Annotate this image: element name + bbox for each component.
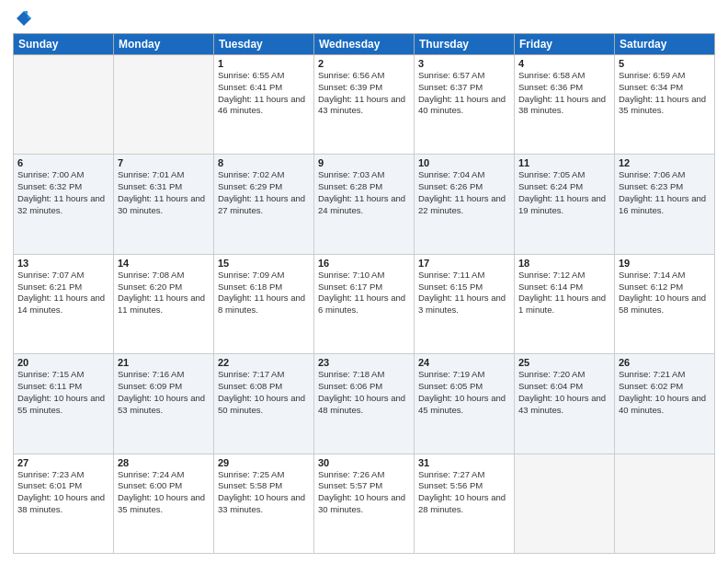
calendar-cell: 17Sunrise: 7:11 AMSunset: 6:15 PMDayligh… — [415, 254, 515, 353]
sunrise-text: Sunrise: 7:16 AM — [118, 369, 210, 381]
sunset-text: Sunset: 6:36 PM — [518, 82, 610, 94]
calendar-cell: 22Sunrise: 7:17 AMSunset: 6:08 PMDayligh… — [214, 354, 314, 454]
daylight-text: Daylight: 11 hours and 46 minutes. — [218, 94, 310, 118]
sunset-text: Sunset: 6:28 PM — [318, 181, 410, 193]
day-info: Sunrise: 6:57 AMSunset: 6:37 PMDaylight:… — [418, 70, 510, 117]
day-number: 1 — [218, 58, 310, 69]
calendar-cell: 14Sunrise: 7:08 AMSunset: 6:20 PMDayligh… — [114, 254, 214, 353]
day-number: 4 — [518, 58, 610, 69]
day-info: Sunrise: 7:00 AMSunset: 6:32 PMDaylight:… — [17, 169, 109, 216]
day-number: 8 — [218, 157, 310, 168]
daylight-text: Daylight: 10 hours and 53 minutes. — [118, 393, 210, 417]
day-number: 6 — [17, 157, 109, 168]
days-header-row: Sunday Monday Tuesday Wednesday Thursday… — [14, 34, 715, 55]
calendar-cell: 19Sunrise: 7:14 AMSunset: 6:12 PMDayligh… — [615, 254, 715, 353]
day-info: Sunrise: 7:09 AMSunset: 6:18 PMDaylight:… — [218, 270, 310, 316]
sunrise-text: Sunrise: 7:00 AM — [17, 169, 109, 181]
calendar-cell: 29Sunrise: 7:25 AMSunset: 5:58 PMDayligh… — [214, 454, 314, 553]
sunrise-text: Sunrise: 7:12 AM — [518, 270, 610, 282]
daylight-text: Daylight: 10 hours and 30 minutes. — [318, 492, 410, 516]
calendar-cell — [114, 55, 214, 155]
day-number: 17 — [418, 258, 510, 269]
calendar-cell: 5Sunrise: 6:59 AMSunset: 6:34 PMDaylight… — [615, 55, 715, 155]
daylight-text: Daylight: 11 hours and 19 minutes. — [518, 193, 610, 217]
calendar-week-row: 13Sunrise: 7:07 AMSunset: 6:21 PMDayligh… — [14, 254, 715, 353]
sunrise-text: Sunrise: 6:56 AM — [318, 70, 410, 82]
day-number: 16 — [318, 258, 410, 269]
day-number: 18 — [518, 258, 610, 269]
day-number: 19 — [619, 258, 711, 269]
day-number: 13 — [17, 258, 109, 269]
day-number: 26 — [619, 357, 711, 368]
sunset-text: Sunset: 6:02 PM — [619, 381, 711, 393]
sunset-text: Sunset: 6:05 PM — [418, 381, 510, 393]
calendar-week-row: 1Sunrise: 6:55 AMSunset: 6:41 PMDaylight… — [14, 55, 715, 155]
daylight-text: Daylight: 10 hours and 50 minutes. — [218, 393, 310, 417]
sunset-text: Sunset: 6:04 PM — [518, 381, 610, 393]
day-info: Sunrise: 7:06 AMSunset: 6:23 PMDaylight:… — [619, 169, 711, 216]
sunrise-text: Sunrise: 7:27 AM — [418, 469, 510, 481]
day-info: Sunrise: 7:08 AMSunset: 6:20 PMDaylight:… — [118, 270, 210, 316]
day-info: Sunrise: 7:07 AMSunset: 6:21 PMDaylight:… — [17, 270, 109, 316]
calendar-week-row: 27Sunrise: 7:23 AMSunset: 6:01 PMDayligh… — [14, 454, 715, 553]
sunrise-text: Sunrise: 7:19 AM — [418, 369, 510, 381]
sunrise-text: Sunrise: 7:11 AM — [418, 270, 510, 282]
day-info: Sunrise: 7:17 AMSunset: 6:08 PMDaylight:… — [218, 369, 310, 416]
sunrise-text: Sunrise: 7:05 AM — [518, 169, 610, 181]
day-info: Sunrise: 6:58 AMSunset: 6:36 PMDaylight:… — [518, 70, 610, 117]
daylight-text: Daylight: 11 hours and 35 minutes. — [619, 94, 711, 118]
sunset-text: Sunset: 6:34 PM — [619, 82, 711, 94]
sunrise-text: Sunrise: 7:25 AM — [218, 469, 310, 481]
sunrise-text: Sunrise: 7:02 AM — [218, 169, 310, 181]
daylight-text: Daylight: 11 hours and 11 minutes. — [118, 293, 210, 316]
sunset-text: Sunset: 6:09 PM — [118, 381, 210, 393]
day-number: 14 — [118, 258, 210, 269]
sunrise-text: Sunrise: 7:10 AM — [318, 270, 410, 282]
calendar-cell: 15Sunrise: 7:09 AMSunset: 6:18 PMDayligh… — [214, 254, 314, 353]
sunset-text: Sunset: 6:20 PM — [118, 282, 210, 293]
sunset-text: Sunset: 6:12 PM — [619, 282, 711, 293]
sunset-text: Sunset: 6:01 PM — [17, 480, 109, 492]
sunrise-text: Sunrise: 7:04 AM — [418, 169, 510, 181]
calendar-cell: 30Sunrise: 7:26 AMSunset: 5:57 PMDayligh… — [314, 454, 415, 553]
day-info: Sunrise: 6:56 AMSunset: 6:39 PMDaylight:… — [318, 70, 410, 117]
header-thursday: Thursday — [415, 34, 515, 55]
sunrise-text: Sunrise: 7:23 AM — [17, 469, 109, 481]
sunset-text: Sunset: 6:00 PM — [118, 480, 210, 492]
sunset-text: Sunset: 5:58 PM — [218, 480, 310, 492]
sunset-text: Sunset: 6:26 PM — [418, 181, 510, 193]
day-number: 23 — [318, 357, 410, 368]
daylight-text: Daylight: 11 hours and 32 minutes. — [17, 193, 109, 217]
sunrise-text: Sunrise: 6:57 AM — [418, 70, 510, 82]
header — [13, 9, 715, 28]
calendar-cell: 16Sunrise: 7:10 AMSunset: 6:17 PMDayligh… — [314, 254, 415, 353]
day-info: Sunrise: 7:19 AMSunset: 6:05 PMDaylight:… — [418, 369, 510, 416]
sunset-text: Sunset: 6:06 PM — [318, 381, 410, 393]
daylight-text: Daylight: 11 hours and 22 minutes. — [418, 193, 510, 217]
calendar-cell: 18Sunrise: 7:12 AMSunset: 6:14 PMDayligh… — [515, 254, 615, 353]
calendar-cell: 1Sunrise: 6:55 AMSunset: 6:41 PMDaylight… — [214, 55, 314, 155]
header-saturday: Saturday — [615, 34, 715, 55]
day-info: Sunrise: 7:05 AMSunset: 6:24 PMDaylight:… — [518, 169, 610, 216]
sunrise-text: Sunrise: 6:58 AM — [518, 70, 610, 82]
sunrise-text: Sunrise: 7:21 AM — [619, 369, 711, 381]
day-info: Sunrise: 7:03 AMSunset: 6:28 PMDaylight:… — [318, 169, 410, 216]
day-info: Sunrise: 7:24 AMSunset: 6:00 PMDaylight:… — [118, 469, 210, 516]
header-wednesday: Wednesday — [314, 34, 415, 55]
day-info: Sunrise: 7:14 AMSunset: 6:12 PMDaylight:… — [619, 270, 711, 316]
sunrise-text: Sunrise: 7:26 AM — [318, 469, 410, 481]
day-info: Sunrise: 7:15 AMSunset: 6:11 PMDaylight:… — [17, 369, 109, 416]
calendar-cell: 26Sunrise: 7:21 AMSunset: 6:02 PMDayligh… — [615, 354, 715, 454]
sunset-text: Sunset: 6:17 PM — [318, 282, 410, 293]
day-info: Sunrise: 7:11 AMSunset: 6:15 PMDaylight:… — [418, 270, 510, 316]
sunset-text: Sunset: 6:18 PM — [218, 282, 310, 293]
calendar-cell: 10Sunrise: 7:04 AMSunset: 6:26 PMDayligh… — [415, 155, 515, 254]
calendar-cell: 27Sunrise: 7:23 AMSunset: 6:01 PMDayligh… — [14, 454, 114, 553]
day-info: Sunrise: 7:12 AMSunset: 6:14 PMDaylight:… — [518, 270, 610, 316]
day-number: 27 — [17, 457, 109, 468]
sunset-text: Sunset: 6:21 PM — [17, 282, 109, 293]
day-info: Sunrise: 7:27 AMSunset: 5:56 PMDaylight:… — [418, 469, 510, 516]
daylight-text: Daylight: 11 hours and 38 minutes. — [518, 94, 610, 118]
calendar-cell — [615, 454, 715, 553]
daylight-text: Daylight: 11 hours and 1 minute. — [518, 293, 610, 316]
